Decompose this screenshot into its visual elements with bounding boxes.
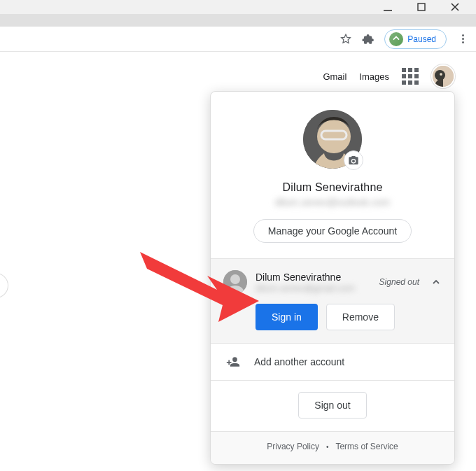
window-close-button[interactable] (447, 0, 463, 14)
terms-of-service-link[interactable]: Terms of Service (335, 442, 398, 451)
svg-rect-0 (384, 10, 392, 11)
sign-out-button[interactable]: Sign out (298, 392, 366, 419)
account-main-section: Dilum Senevirathne dilum.senev@outlook.c… (211, 92, 454, 258)
other-account-buttons: Sign in Remove (223, 304, 442, 330)
browser-toolbar: Paused (0, 27, 476, 52)
other-account-info: Dilum Senevirathne dilum.senev@gmail.com (255, 272, 371, 293)
other-account-row[interactable]: Dilum Senevirathne dilum.senev@gmail.com… (223, 270, 442, 294)
svg-point-9 (230, 274, 240, 284)
change-photo-button[interactable] (344, 150, 363, 170)
account-switcher-panel: Dilum Senevirathne dilum.senev@outlook.c… (210, 91, 455, 465)
account-avatar-button[interactable] (431, 64, 455, 88)
tab-strip (0, 14, 476, 27)
svg-point-4 (440, 73, 442, 76)
manage-account-button[interactable]: Manage your Google Account (253, 219, 412, 243)
privacy-policy-link[interactable]: Privacy Policy (267, 442, 319, 451)
profile-paused-chip[interactable]: Paused (384, 29, 447, 49)
remove-account-button[interactable]: Remove (326, 304, 395, 330)
other-account-avatar (223, 270, 247, 294)
google-apps-icon[interactable] (402, 68, 419, 85)
account-footer: Privacy Policy • Terms of Service (211, 432, 454, 464)
window-minimize-button[interactable] (379, 0, 396, 14)
sign-in-button[interactable]: Sign in (255, 304, 318, 330)
sign-out-section: Sign out (211, 381, 454, 432)
add-account-label: Add another account (254, 356, 344, 367)
browser-menu-button[interactable] (456, 33, 469, 45)
window-titlebar (0, 0, 476, 14)
nav-images-link[interactable]: Images (359, 71, 389, 82)
other-account-email: dilum.senev@gmail.com (255, 283, 371, 293)
collapse-icon[interactable] (430, 278, 442, 286)
main-account-name: Dilum Senevirathne (218, 181, 447, 194)
edge-overflow-hint (0, 273, 8, 298)
nav-gmail-link[interactable]: Gmail (323, 71, 346, 82)
footer-separator: • (326, 443, 329, 451)
google-top-nav: Gmail Images (0, 52, 476, 88)
main-avatar-wrap (303, 110, 362, 169)
other-account-section: Dilum Senevirathne dilum.senev@gmail.com… (211, 258, 454, 344)
add-person-icon (226, 355, 240, 369)
bookmark-star-icon[interactable] (340, 33, 352, 45)
window-maximize-button[interactable] (413, 0, 430, 14)
paused-label: Paused (407, 34, 436, 44)
svg-rect-1 (418, 3, 425, 10)
extensions-icon[interactable] (362, 33, 374, 45)
add-account-row[interactable]: Add another account (211, 344, 454, 381)
main-account-email: dilum.senev@outlook.com (218, 197, 447, 208)
other-account-name: Dilum Senevirathne (255, 272, 371, 283)
other-account-status: Signed out (379, 277, 419, 287)
svg-point-3 (435, 70, 445, 80)
profile-dot-icon (389, 32, 403, 46)
